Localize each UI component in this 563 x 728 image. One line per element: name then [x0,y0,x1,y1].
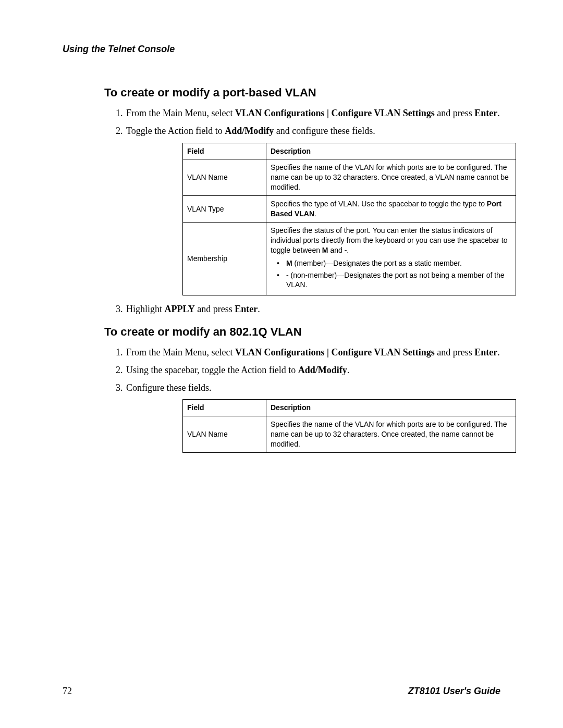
step-a2-post: and configure these fields. [274,126,375,136]
table-port-based: Field Description VLAN Name Specifies th… [182,143,516,296]
table-row: Membership Specifies the status of the p… [183,222,516,295]
step-a2-pre: Toggle the Action field to [126,126,225,136]
step-a3: Highlight APPLY and press Enter. [125,303,500,315]
th-description: Description [266,400,516,416]
step-b1-pre: From the Main Menu, select [126,347,235,357]
step-a2-bold1: Add/Modify [225,126,274,136]
bullet-member-bold: M [286,259,292,267]
vlan-type-pre: Specifies the type of VLAN. Use the spac… [271,200,487,208]
step-b2-pre: Using the spacebar, toggle the Action fi… [126,365,298,375]
page: Using the Telnet Console To create or mo… [0,0,563,728]
membership-intro-pre: Specifies the status of the port. You ca… [271,226,507,254]
th-field: Field [183,143,266,159]
guide-title: ZT8101 User's Guide [408,686,500,697]
table-8021q: Field Description VLAN Name Specifies th… [182,399,516,453]
th-description: Description [266,143,516,159]
membership-bullets: M (member)—Designates the port as a stat… [277,258,511,290]
table-row: VLAN Name Specifies the name of the VLAN… [183,159,516,196]
cell-desc-vlan-name-b: Specifies the name of the VLAN for which… [266,416,516,453]
step-a1-mid: and press [435,108,474,118]
cell-field-vlan-name-b: VLAN Name [183,416,266,453]
step-b2-bold1: Add/Modify [298,365,347,375]
running-head: Using the Telnet Console [63,44,500,55]
heading-port-based-vlan: To create or modify a port-based VLAN [104,86,500,100]
step-b1-bold1: VLAN Configurations | Configure VLAN Set… [235,347,435,357]
step-a2: Toggle the Action field to Add/Modify an… [125,125,500,295]
step-b3-text: Configure these fields. [126,382,211,393]
bullet-nonmember: - (non-member)—Designates the port as no… [277,270,511,290]
step-b1-post: . [497,347,500,357]
step-b3: Configure these fields. Field Descriptio… [125,381,500,453]
membership-intro-b1: M [322,246,328,254]
table-header-row: Field Description [183,400,516,416]
cell-desc-vlan-type: Specifies the type of VLAN. Use the spac… [266,196,516,223]
bullet-member-rest: (member)—Designates the port as a static… [292,259,462,267]
bullet-nonmember-rest: (non-member)—Designates the port as not … [286,271,505,289]
cell-field-vlan-name: VLAN Name [183,159,266,196]
step-a3-bold2: Enter [235,304,258,314]
step-a1-bold1: VLAN Configurations | Configure VLAN Set… [235,108,435,118]
step-a3-mid: and press [195,304,235,314]
th-field: Field [183,400,266,416]
step-b1: From the Main Menu, select VLAN Configur… [125,346,500,359]
step-b1-mid: and press [435,347,474,357]
step-a1-bold2: Enter [474,108,497,118]
heading-8021q-vlan: To create or modify an 802.1Q VLAN [104,325,500,339]
table-header-row: Field Description [183,143,516,159]
steps-8021q: From the Main Menu, select VLAN Configur… [125,346,500,453]
vlan-type-post: . [314,209,316,218]
step-a3-bold1: APPLY [165,304,195,314]
step-a1-post: . [497,108,500,118]
cell-field-membership: Membership [183,222,266,295]
step-a3-post: . [258,304,260,314]
step-b1-bold2: Enter [474,347,497,357]
page-number: 72 [63,686,72,697]
step-a1: From the Main Menu, select VLAN Configur… [125,107,500,119]
step-a1-pre: From the Main Menu, select [126,108,235,118]
bullet-member: M (member)—Designates the port as a stat… [277,258,511,268]
membership-intro-mid: and [328,246,345,254]
step-b2: Using the spacebar, toggle the Action fi… [125,364,500,376]
step-b2-post: . [347,365,350,375]
step-a3-pre: Highlight [126,304,165,314]
table-row: VLAN Type Specifies the type of VLAN. Us… [183,196,516,223]
table-row: VLAN Name Specifies the name of the VLAN… [183,416,516,453]
steps-port-based: From the Main Menu, select VLAN Configur… [125,107,500,316]
footer: 72 ZT8101 User's Guide [63,686,500,697]
cell-desc-membership: Specifies the status of the port. You ca… [266,222,516,295]
membership-intro-post: . [347,246,349,254]
cell-field-vlan-type: VLAN Type [183,196,266,223]
cell-desc-vlan-name: Specifies the name of the VLAN for which… [266,159,516,196]
